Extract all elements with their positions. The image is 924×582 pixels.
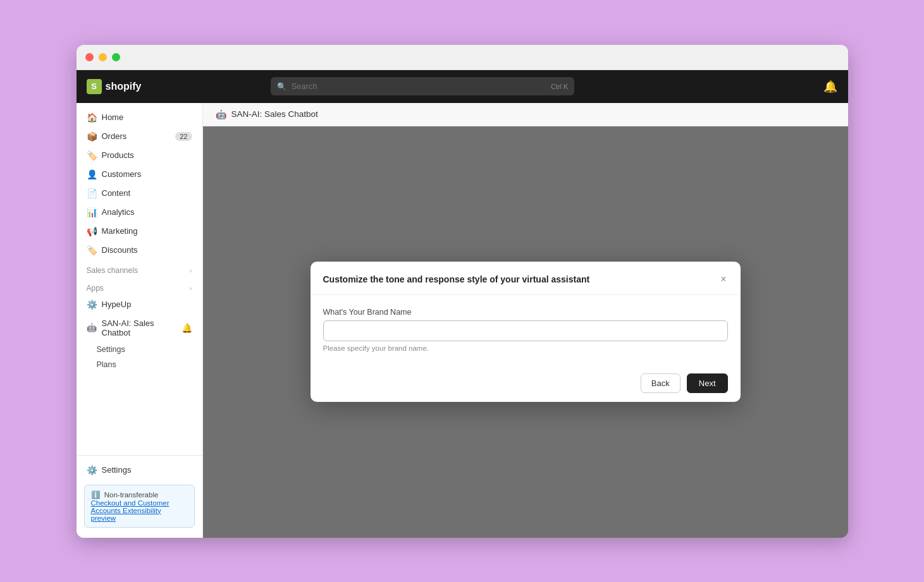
sidebar-nav: 🏠 Home 📦 Orders 22 🏷️ Products 👤 C: [77, 103, 202, 455]
analytics-icon: 📊: [87, 207, 97, 217]
back-button[interactable]: Back: [641, 373, 681, 393]
browser-window: S shopify 🔍 Ctrl K 🔔 🏠 Home: [77, 45, 848, 538]
sidebar-bottom: ⚙️ Settings ℹ️ Non-transferable Checkout…: [77, 455, 202, 538]
info-icon: ℹ️: [91, 491, 100, 499]
sidebar-item-marketing-label: Marketing: [102, 226, 138, 236]
content-icon: 📄: [87, 188, 97, 198]
sidebar-item-orders[interactable]: 📦 Orders 22: [77, 127, 202, 146]
shopify-logo-icon: S: [87, 79, 102, 94]
apps-label: Apps: [87, 284, 104, 293]
sidebar-item-analytics[interactable]: 📊 Analytics: [77, 203, 202, 222]
main-layout: 🏠 Home 📦 Orders 22 🏷️ Products 👤 C: [77, 103, 848, 538]
orders-badge: 22: [175, 132, 192, 141]
sidebar-item-san-ai-label: SAN-AI: Sales Chatbot: [102, 318, 176, 337]
notice-link[interactable]: Checkout and Customer Accounts Extensibi…: [91, 499, 169, 522]
search-shortcut: Ctrl K: [551, 83, 569, 90]
hypeup-icon: ⚙️: [87, 300, 97, 310]
traffic-light-green[interactable]: [112, 53, 120, 61]
sidebar-item-home-label: Home: [102, 112, 124, 122]
traffic-light-yellow[interactable]: [99, 53, 107, 61]
sales-channels-section[interactable]: Sales channels ›: [77, 260, 202, 277]
sidebar-item-san-ai-plans-label: Plans: [97, 360, 116, 369]
sidebar-item-san-ai[interactable]: 🤖 SAN-AI: Sales Chatbot 🔔: [77, 314, 202, 342]
sidebar-item-products[interactable]: 🏷️ Products: [77, 146, 202, 165]
sales-channels-label: Sales channels: [87, 266, 138, 275]
home-icon: 🏠: [87, 112, 97, 123]
sidebar-item-hypeup[interactable]: ⚙️ HypeUp: [77, 295, 202, 314]
search-icon: 🔍: [277, 82, 286, 91]
brand-name-input[interactable]: [323, 320, 728, 341]
content-page-icon: 🤖: [216, 109, 226, 119]
search-input[interactable]: [271, 77, 574, 95]
topbar: S shopify 🔍 Ctrl K 🔔: [77, 70, 848, 103]
sidebar-item-orders-label: Orders: [102, 131, 127, 141]
app-container: S shopify 🔍 Ctrl K 🔔 🏠 Home: [77, 70, 848, 538]
sidebar-item-customers[interactable]: 👤 Customers: [77, 165, 202, 184]
sidebar-item-content-label: Content: [102, 188, 131, 198]
marketing-icon: 📢: [87, 226, 97, 236]
notice-text: Non-transferable: [104, 491, 159, 499]
sidebar-item-settings-label: Settings: [102, 465, 132, 475]
sidebar-item-marketing[interactable]: 📢 Marketing: [77, 222, 202, 241]
sales-channels-chevron: ›: [190, 267, 192, 274]
sidebar-item-customers-label: Customers: [102, 169, 142, 179]
customers-icon: 👤: [87, 169, 97, 179]
products-icon: 🏷️: [87, 150, 97, 161]
sidebar-item-san-ai-settings-label: Settings: [97, 345, 125, 354]
brand-name-hint: Please specify your brand name.: [323, 344, 728, 352]
notification-bell[interactable]: 🔔: [823, 80, 837, 94]
search-bar: 🔍 Ctrl K: [271, 77, 574, 95]
modal-header: Customize the tone and response style of…: [311, 262, 741, 295]
settings-icon: ⚙️: [87, 465, 97, 475]
modal-title: Customize the tone and response style of…: [323, 274, 590, 284]
sidebar-item-home[interactable]: 🏠 Home: [77, 108, 202, 127]
content-page-title: SAN-AI: Sales Chatbot: [231, 109, 318, 119]
shopify-logo[interactable]: S shopify: [87, 79, 142, 94]
sidebar-item-content[interactable]: 📄 Content: [77, 184, 202, 203]
modal-overlay: Customize the tone and response style of…: [203, 126, 848, 538]
next-button[interactable]: Next: [687, 373, 728, 393]
sidebar-item-settings[interactable]: ⚙️ Settings: [77, 461, 202, 480]
sidebar-item-products-label: Products: [102, 150, 134, 160]
shopify-logo-text: shopify: [106, 81, 142, 92]
modal-close-button[interactable]: ×: [719, 273, 727, 286]
san-ai-bell-icon: 🔔: [182, 323, 192, 333]
sidebar-item-analytics-label: Analytics: [102, 207, 135, 217]
traffic-light-red[interactable]: [85, 53, 94, 61]
gray-background: Customize the tone and response style of…: [203, 126, 848, 538]
sidebar-item-discounts-label: Discounts: [102, 245, 138, 255]
discounts-icon: 🏷️: [87, 245, 97, 255]
browser-titlebar: [77, 45, 848, 70]
sidebar-item-san-ai-settings[interactable]: Settings: [77, 342, 202, 357]
content-area: 🤖 SAN-AI: Sales Chatbot Customize the to…: [203, 103, 848, 538]
apps-chevron: ›: [190, 284, 192, 292]
sidebar: 🏠 Home 📦 Orders 22 🏷️ Products 👤 C: [77, 103, 203, 538]
non-transferable-notice: ℹ️ Non-transferable Checkout and Custome…: [84, 485, 195, 528]
orders-icon: 📦: [87, 131, 97, 142]
sidebar-item-hypeup-label: HypeUp: [102, 300, 132, 309]
modal: Customize the tone and response style of…: [311, 262, 741, 402]
brand-name-label: What's Your Brand Name: [323, 308, 728, 317]
modal-footer: Back Next: [311, 365, 741, 402]
content-topbar: 🤖 SAN-AI: Sales Chatbot: [203, 103, 848, 126]
sidebar-item-san-ai-plans[interactable]: Plans: [77, 357, 202, 372]
apps-section[interactable]: Apps ›: [77, 277, 202, 295]
sidebar-item-discounts[interactable]: 🏷️ Discounts: [77, 241, 202, 260]
modal-body: What's Your Brand Name Please specify yo…: [311, 295, 741, 365]
san-ai-icon: 🤖: [87, 323, 97, 332]
